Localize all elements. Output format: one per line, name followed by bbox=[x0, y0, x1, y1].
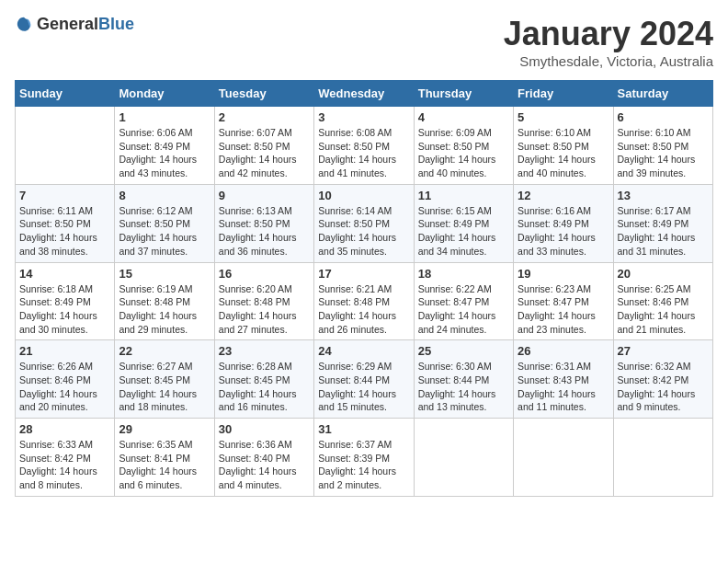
day-number: 31 bbox=[318, 422, 409, 436]
calendar-cell: 17Sunrise: 6:21 AMSunset: 8:48 PMDayligh… bbox=[314, 262, 414, 340]
calendar-body: 1Sunrise: 6:06 AMSunset: 8:49 PMDaylight… bbox=[16, 107, 713, 497]
day-info: Sunrise: 6:12 AMSunset: 8:50 PMDaylight:… bbox=[119, 204, 210, 259]
day-info: Sunrise: 6:25 AMSunset: 8:46 PMDaylight:… bbox=[618, 282, 709, 337]
calendar-cell: 20Sunrise: 6:25 AMSunset: 8:46 PMDayligh… bbox=[613, 262, 712, 340]
day-info: Sunrise: 6:30 AMSunset: 8:44 PMDaylight:… bbox=[418, 360, 509, 414]
day-info: Sunrise: 6:22 AMSunset: 8:47 PMDaylight:… bbox=[418, 282, 509, 337]
day-info: Sunrise: 6:27 AMSunset: 8:45 PMDaylight:… bbox=[119, 360, 210, 414]
day-number: 4 bbox=[418, 110, 509, 124]
day-number: 1 bbox=[119, 110, 210, 124]
calendar-cell bbox=[613, 419, 712, 497]
day-info: Sunrise: 6:10 AMSunset: 8:50 PMDaylight:… bbox=[618, 126, 709, 180]
day-number: 24 bbox=[318, 344, 409, 358]
calendar-cell: 19Sunrise: 6:23 AMSunset: 8:47 PMDayligh… bbox=[514, 262, 613, 340]
day-number: 19 bbox=[518, 267, 609, 281]
calendar-cell: 9Sunrise: 6:13 AMSunset: 8:50 PMDaylight… bbox=[214, 184, 313, 262]
day-number: 16 bbox=[219, 267, 310, 281]
calendar-week-row: 1Sunrise: 6:06 AMSunset: 8:49 PMDaylight… bbox=[16, 107, 713, 185]
day-number: 8 bbox=[119, 189, 210, 202]
day-info: Sunrise: 6:08 AMSunset: 8:50 PMDaylight:… bbox=[318, 126, 409, 180]
day-number: 21 bbox=[19, 344, 110, 358]
calendar-cell bbox=[16, 107, 115, 185]
weekday-header: Tuesday bbox=[214, 81, 313, 107]
calendar-cell: 29Sunrise: 6:35 AMSunset: 8:41 PMDayligh… bbox=[115, 419, 214, 497]
day-info: Sunrise: 6:17 AMSunset: 8:49 PMDaylight:… bbox=[618, 204, 709, 259]
day-info: Sunrise: 6:09 AMSunset: 8:50 PMDaylight:… bbox=[418, 126, 509, 180]
day-info: Sunrise: 6:21 AMSunset: 8:48 PMDaylight:… bbox=[318, 282, 409, 337]
calendar-table: SundayMondayTuesdayWednesdayThursdayFrid… bbox=[15, 80, 713, 497]
calendar-cell: 31Sunrise: 6:37 AMSunset: 8:39 PMDayligh… bbox=[314, 419, 414, 497]
calendar-cell: 2Sunrise: 6:07 AMSunset: 8:50 PMDaylight… bbox=[214, 107, 313, 185]
logo: GeneralBlue bbox=[15, 15, 134, 34]
header: GeneralBlue January 2024 Smythesdale, Vi… bbox=[15, 15, 713, 69]
calendar-week-row: 14Sunrise: 6:18 AMSunset: 8:49 PMDayligh… bbox=[16, 262, 713, 340]
day-number: 30 bbox=[219, 422, 310, 436]
day-number: 5 bbox=[518, 110, 609, 124]
day-info: Sunrise: 6:28 AMSunset: 8:45 PMDaylight:… bbox=[219, 360, 310, 414]
day-number: 9 bbox=[219, 189, 310, 202]
day-info: Sunrise: 6:19 AMSunset: 8:48 PMDaylight:… bbox=[119, 282, 210, 337]
day-number: 28 bbox=[19, 422, 110, 436]
day-info: Sunrise: 6:06 AMSunset: 8:49 PMDaylight:… bbox=[119, 126, 210, 180]
day-info: Sunrise: 6:26 AMSunset: 8:46 PMDaylight:… bbox=[19, 360, 110, 414]
calendar-cell: 24Sunrise: 6:29 AMSunset: 8:44 PMDayligh… bbox=[314, 340, 414, 419]
calendar-cell: 1Sunrise: 6:06 AMSunset: 8:49 PMDaylight… bbox=[115, 107, 214, 185]
day-number: 3 bbox=[318, 110, 409, 124]
weekday-header: Sunday bbox=[16, 81, 115, 107]
day-number: 15 bbox=[119, 267, 210, 281]
calendar-cell bbox=[414, 419, 513, 497]
day-number: 18 bbox=[418, 267, 509, 281]
day-info: Sunrise: 6:33 AMSunset: 8:42 PMDaylight:… bbox=[19, 438, 110, 492]
day-number: 2 bbox=[219, 110, 310, 124]
weekday-header: Wednesday bbox=[314, 81, 414, 107]
day-info: Sunrise: 6:36 AMSunset: 8:40 PMDaylight:… bbox=[219, 438, 310, 492]
day-number: 6 bbox=[618, 110, 709, 124]
day-number: 23 bbox=[219, 344, 310, 358]
logo-icon bbox=[15, 16, 33, 34]
day-number: 29 bbox=[119, 422, 210, 436]
calendar-cell bbox=[514, 419, 613, 497]
calendar-title: January 2024 bbox=[504, 15, 713, 53]
calendar-cell: 10Sunrise: 6:14 AMSunset: 8:50 PMDayligh… bbox=[314, 184, 414, 262]
calendar-cell: 23Sunrise: 6:28 AMSunset: 8:45 PMDayligh… bbox=[214, 340, 313, 419]
calendar-week-row: 7Sunrise: 6:11 AMSunset: 8:50 PMDaylight… bbox=[16, 184, 713, 262]
calendar-header-row: SundayMondayTuesdayWednesdayThursdayFrid… bbox=[16, 81, 713, 107]
calendar-cell: 26Sunrise: 6:31 AMSunset: 8:43 PMDayligh… bbox=[514, 340, 613, 419]
calendar-cell: 27Sunrise: 6:32 AMSunset: 8:42 PMDayligh… bbox=[613, 340, 712, 419]
day-info: Sunrise: 6:29 AMSunset: 8:44 PMDaylight:… bbox=[318, 360, 409, 414]
weekday-header: Saturday bbox=[613, 81, 712, 107]
calendar-cell: 5Sunrise: 6:10 AMSunset: 8:50 PMDaylight… bbox=[514, 107, 613, 185]
weekday-header: Monday bbox=[115, 81, 214, 107]
calendar-cell: 22Sunrise: 6:27 AMSunset: 8:45 PMDayligh… bbox=[115, 340, 214, 419]
day-number: 11 bbox=[418, 189, 509, 202]
calendar-subtitle: Smythesdale, Victoria, Australia bbox=[504, 53, 713, 69]
day-info: Sunrise: 6:23 AMSunset: 8:47 PMDaylight:… bbox=[518, 282, 609, 337]
day-number: 10 bbox=[318, 189, 409, 202]
day-number: 25 bbox=[418, 344, 509, 358]
weekday-header: Friday bbox=[514, 81, 613, 107]
title-area: January 2024 Smythesdale, Victoria, Aust… bbox=[504, 15, 713, 69]
calendar-cell: 28Sunrise: 6:33 AMSunset: 8:42 PMDayligh… bbox=[16, 419, 115, 497]
calendar-cell: 8Sunrise: 6:12 AMSunset: 8:50 PMDaylight… bbox=[115, 184, 214, 262]
day-info: Sunrise: 6:37 AMSunset: 8:39 PMDaylight:… bbox=[318, 438, 409, 492]
day-info: Sunrise: 6:15 AMSunset: 8:49 PMDaylight:… bbox=[418, 204, 509, 259]
calendar-cell: 3Sunrise: 6:08 AMSunset: 8:50 PMDaylight… bbox=[314, 107, 414, 185]
calendar-week-row: 28Sunrise: 6:33 AMSunset: 8:42 PMDayligh… bbox=[16, 419, 713, 497]
day-info: Sunrise: 6:07 AMSunset: 8:50 PMDaylight:… bbox=[219, 126, 310, 180]
weekday-header: Thursday bbox=[414, 81, 513, 107]
day-info: Sunrise: 6:13 AMSunset: 8:50 PMDaylight:… bbox=[219, 204, 310, 259]
calendar-cell: 30Sunrise: 6:36 AMSunset: 8:40 PMDayligh… bbox=[214, 419, 313, 497]
logo-text: GeneralBlue bbox=[37, 15, 134, 34]
calendar-week-row: 21Sunrise: 6:26 AMSunset: 8:46 PMDayligh… bbox=[16, 340, 713, 419]
calendar-cell: 11Sunrise: 6:15 AMSunset: 8:49 PMDayligh… bbox=[414, 184, 513, 262]
day-info: Sunrise: 6:35 AMSunset: 8:41 PMDaylight:… bbox=[119, 438, 210, 492]
calendar-cell: 7Sunrise: 6:11 AMSunset: 8:50 PMDaylight… bbox=[16, 184, 115, 262]
day-number: 27 bbox=[618, 344, 709, 358]
day-number: 17 bbox=[318, 267, 409, 281]
calendar-cell: 4Sunrise: 6:09 AMSunset: 8:50 PMDaylight… bbox=[414, 107, 513, 185]
day-info: Sunrise: 6:31 AMSunset: 8:43 PMDaylight:… bbox=[518, 360, 609, 414]
calendar-cell: 16Sunrise: 6:20 AMSunset: 8:48 PMDayligh… bbox=[214, 262, 313, 340]
day-info: Sunrise: 6:20 AMSunset: 8:48 PMDaylight:… bbox=[219, 282, 310, 337]
day-number: 14 bbox=[19, 267, 110, 281]
day-number: 22 bbox=[119, 344, 210, 358]
